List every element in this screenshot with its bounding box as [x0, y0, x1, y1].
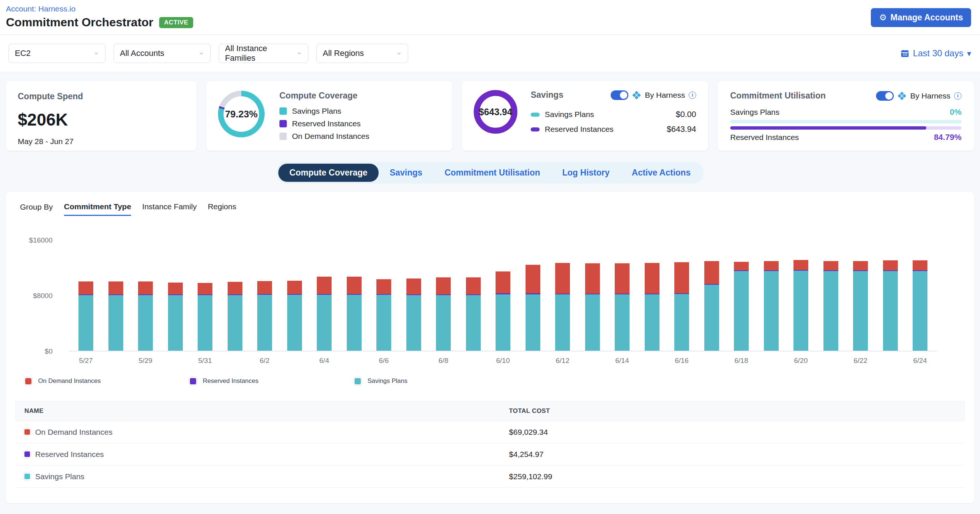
bar-6-7	[406, 278, 421, 351]
dropdown-value: EC2	[15, 48, 31, 58]
filter-dropdown-all-regions[interactable]: All Regions	[317, 44, 408, 63]
savings-row-label: Savings Plans	[545, 110, 594, 119]
bar-segment	[78, 295, 93, 351]
bar-segment	[317, 295, 332, 351]
savings-breakdown: Savings Plans$0.00Reserved Instances$643…	[531, 110, 696, 134]
coverage-percentage: 79.23%	[218, 91, 265, 137]
bar-6-8	[436, 277, 451, 351]
savings-card: $643.94 Savings By Harness Savings Plans…	[462, 81, 708, 151]
savings-row-value: $0.00	[676, 110, 696, 119]
row-name-label: Savings Plans	[35, 472, 84, 481]
compute-spend-card: Compute Spend $206K May 28 - Jun 27	[6, 81, 197, 151]
date-range-picker[interactable]: Last 30 days	[900, 48, 971, 59]
x-axis-tick-label: 6/4	[317, 357, 332, 365]
filter-dropdown-ec2[interactable]: EC2	[8, 44, 105, 63]
bar-segment	[645, 263, 660, 294]
bar-segment	[257, 281, 272, 294]
group-by-item-regions[interactable]: Regions	[208, 202, 236, 216]
bar-segment	[764, 261, 779, 270]
bar-segment	[525, 294, 540, 351]
status-badge: ACTIVE	[159, 17, 193, 28]
bar-segment	[555, 263, 570, 293]
legend-label: On Demand Instances	[292, 132, 369, 141]
stacked-bar-chart: $0$8000$16000 5/275/295/316/26/46/66/86/…	[69, 240, 937, 365]
bar-segment	[436, 295, 451, 351]
chevron-down-icon	[296, 50, 302, 56]
gear-icon	[879, 13, 887, 22]
info-icon[interactable]	[689, 91, 696, 99]
bar-segment	[734, 271, 749, 351]
group-by-item-commitment-type[interactable]: Commitment Type	[64, 202, 131, 216]
tab-savings[interactable]: Savings	[379, 164, 433, 182]
date-range-label: Last 30 days	[913, 48, 963, 59]
legend-label: Reserved Instances	[292, 119, 361, 128]
caret-down-icon	[967, 48, 971, 59]
bar-segment	[108, 295, 123, 351]
filter-dropdown-all-instance-families[interactable]: All Instance Families	[219, 44, 308, 63]
bar-segment	[496, 294, 511, 351]
bar-6-11	[525, 265, 540, 351]
bar-6-17	[704, 261, 719, 351]
coverage-legend: Savings PlansReserved InstancesOn Demand…	[279, 107, 369, 141]
x-axis-tick-label	[228, 357, 242, 365]
filter-dropdown-all-accounts[interactable]: All Accounts	[114, 44, 211, 63]
compute-spend-title: Compute Spend	[18, 91, 185, 101]
bar-5-28	[108, 281, 123, 351]
chevron-down-icon	[396, 50, 402, 56]
chevron-down-icon	[93, 50, 99, 56]
bar-segment	[704, 285, 719, 351]
group-by-bar: Group By Commitment TypeInstance FamilyR…	[6, 202, 974, 216]
legend-swatch	[279, 120, 287, 128]
cost-table: NAME TOTAL COST On Demand Instances$69,0…	[15, 401, 965, 488]
legend-label: Savings Plans	[368, 377, 407, 385]
chart-legend-item-reserved-instances[interactable]: Reserved Instances	[190, 377, 355, 385]
utilisation-label-row: Reserved Instances84.79%	[730, 132, 961, 142]
x-axis-tick-label	[704, 357, 719, 365]
bar-segment	[168, 295, 183, 351]
bar-6-10	[496, 271, 511, 351]
table-cell-name: Savings Plans	[15, 472, 509, 481]
manage-accounts-button[interactable]: Manage Accounts	[871, 8, 971, 27]
bar-segment	[347, 295, 361, 351]
group-by-label: Group By	[20, 203, 53, 216]
bar-5-30	[168, 283, 183, 351]
x-axis-tick-label: 6/2	[257, 357, 272, 365]
chart-plot-area: $0$8000$16000	[69, 240, 937, 351]
savings-by-harness-toggle[interactable]	[611, 90, 628, 100]
chart-legend: On Demand InstancesReserved InstancesSav…	[25, 377, 974, 385]
savings-details: Savings By Harness Savings Plans$0.00Res…	[531, 90, 696, 142]
tab-compute-coverage[interactable]: Compute Coverage	[278, 164, 379, 182]
row-color-swatch	[24, 474, 30, 479]
title-row: Commitment Orchestrator ACTIVE	[6, 16, 193, 29]
savings-ring-chart: $643.94	[474, 90, 517, 134]
x-axis-tick-label: 6/22	[853, 357, 868, 365]
account-breadcrumb-link[interactable]: Account: Harness.io	[6, 5, 193, 13]
utilisation-row-label: Savings Plans	[730, 108, 780, 117]
savings-row-value: $643.94	[667, 125, 696, 134]
bar-segment	[734, 262, 749, 270]
tab-commitment-utilisation[interactable]: Commitment Utilisation	[433, 164, 551, 182]
bar-6-20	[794, 260, 808, 351]
utilisation-label-row: Savings Plans0%	[730, 107, 961, 117]
utilisation-bars: Savings Plans0%Reserved Instances84.79%	[730, 107, 961, 142]
tab-log-history[interactable]: Log History	[551, 164, 620, 182]
legend-swatch	[25, 378, 32, 385]
x-axis-tick-label: 6/10	[496, 357, 511, 365]
utilisation-row: Reserved Instances84.79%	[730, 126, 961, 142]
bar-segment	[257, 295, 272, 351]
x-axis-tick-label: 6/14	[615, 357, 630, 365]
legend-swatch	[279, 132, 287, 140]
x-axis-tick-label	[108, 357, 123, 365]
bar-segment	[197, 283, 212, 294]
tab-active-actions[interactable]: Active Actions	[620, 164, 702, 182]
bar-segment	[376, 279, 391, 294]
bar-6-1	[228, 282, 242, 351]
chart-legend-item-savings-plans[interactable]: Savings Plans	[355, 377, 519, 385]
info-icon[interactable]	[954, 92, 961, 100]
utilisation-progress-bar	[730, 120, 961, 123]
main-tabs: Compute CoverageSavingsCommitment Utilis…	[277, 162, 703, 184]
coverage-legend-item: Reserved Instances	[279, 119, 369, 128]
utilisation-by-harness-toggle[interactable]	[876, 91, 894, 101]
group-by-item-instance-family[interactable]: Instance Family	[142, 202, 197, 216]
chart-legend-item-on-demand-instances[interactable]: On Demand Instances	[25, 377, 190, 385]
